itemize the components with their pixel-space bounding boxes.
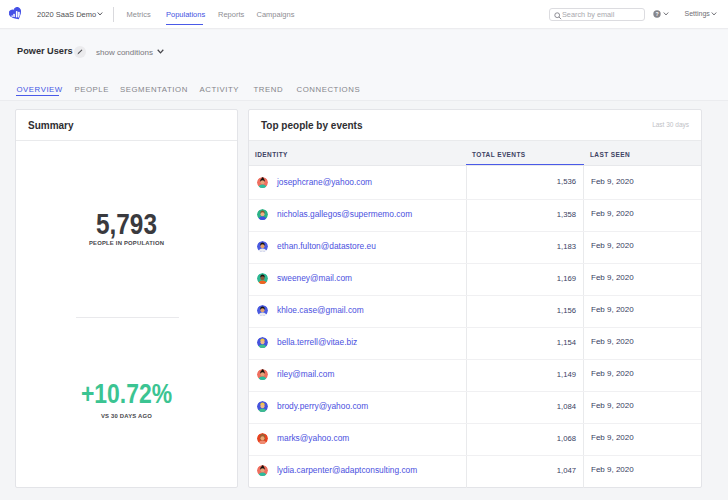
svg-text:?: ?: [655, 11, 658, 17]
